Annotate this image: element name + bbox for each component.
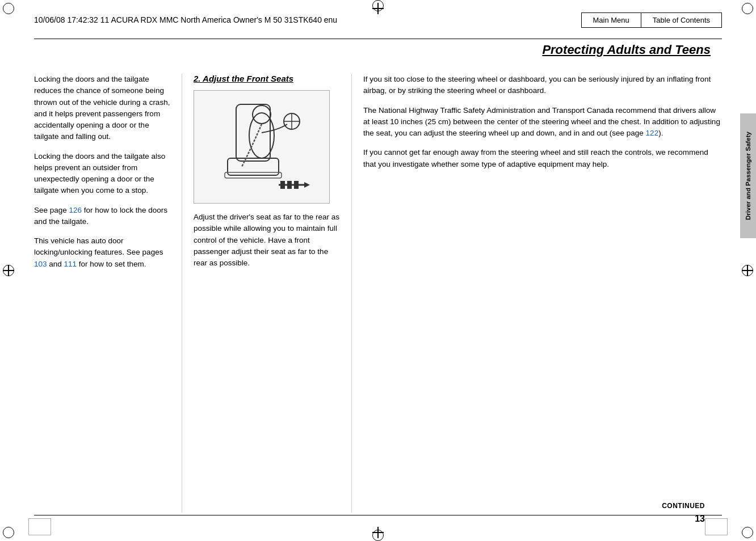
section-2-title: 2. Adjust the Front Seats xyxy=(194,74,340,83)
left-para-4: This vehicle has auto door locking/unloc… xyxy=(34,235,170,270)
left-para-4-prefix: This vehicle has auto door locking/unloc… xyxy=(34,236,163,256)
toc-button[interactable]: Table of Contents xyxy=(641,13,721,27)
corner-mark-bl xyxy=(3,527,14,538)
left-para-3-prefix: See page xyxy=(34,206,69,214)
corner-mark-tr xyxy=(742,3,753,14)
svg-rect-10 xyxy=(280,181,285,189)
right-para-2-suffix: ). xyxy=(658,129,663,137)
side-crosshair-right xyxy=(742,265,753,276)
header-meta: 10/06/08 17:42:32 11 ACURA RDX MMC North… xyxy=(34,15,337,24)
center-body-text: Adjust the driver's seat as far to the r… xyxy=(194,212,340,269)
page-title: Protecting Adults and Teens xyxy=(542,43,711,57)
seat-illustration xyxy=(194,90,330,204)
center-column: 2. Adjust the Front Seats xyxy=(182,74,352,513)
nav-buttons: Main Menu Table of Contents xyxy=(581,12,723,28)
left-column: Locking the doors and the tailgate reduc… xyxy=(34,74,182,513)
left-para-1: Locking the doors and the tailgate reduc… xyxy=(34,74,170,143)
main-menu-button[interactable]: Main Menu xyxy=(582,13,641,27)
right-para-3: If you cannot get far enough away from t… xyxy=(363,147,722,170)
page-number: 13 xyxy=(695,514,705,524)
right-para-2-text: The National Highway Traffic Safety Admi… xyxy=(363,106,720,138)
bottom-box-right xyxy=(705,518,728,535)
left-para-4-suffix: for how to set them. xyxy=(77,260,146,268)
bottom-box-left xyxy=(28,518,51,535)
side-crosshair-left xyxy=(3,265,14,276)
svg-rect-11 xyxy=(287,181,292,189)
right-column: If you sit too close to the steering whe… xyxy=(352,74,722,513)
side-tab: Driver and Passenger Safety xyxy=(740,113,756,238)
corner-mark-tl xyxy=(3,3,14,14)
page-111-link[interactable]: 111 xyxy=(64,260,77,268)
side-tab-label: Driver and Passenger Safety xyxy=(745,132,751,220)
top-divider xyxy=(34,39,722,39)
content-area: Locking the doors and the tailgate reduc… xyxy=(34,74,722,513)
continued-label: CONTINUED xyxy=(662,502,705,510)
svg-point-4 xyxy=(253,105,271,124)
page-122-link[interactable]: 122 xyxy=(646,129,659,137)
left-para-2: Locking the doors and the tailgate also … xyxy=(34,151,170,197)
page-126-link[interactable]: 126 xyxy=(69,206,82,214)
page-103-link[interactable]: 103 xyxy=(34,260,47,268)
svg-rect-12 xyxy=(294,181,299,189)
left-para-3: See page 126 for how to lock the doors a… xyxy=(34,205,170,228)
left-para-4-middle: and xyxy=(47,260,64,268)
bottom-center-crosshair xyxy=(372,527,384,538)
right-para-1: If you sit too close to the steering whe… xyxy=(363,74,722,97)
header: 10/06/08 17:42:32 11 ACURA RDX MMC North… xyxy=(34,9,722,31)
right-para-2: The National Highway Traffic Safety Admi… xyxy=(363,105,722,140)
corner-mark-br xyxy=(742,527,753,538)
svg-marker-9 xyxy=(304,182,310,188)
bottom-divider xyxy=(34,515,722,515)
